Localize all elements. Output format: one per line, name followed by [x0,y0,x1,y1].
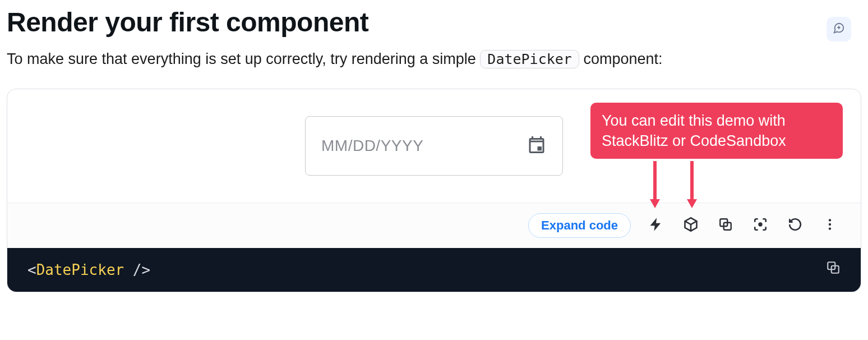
stackblitz-button[interactable] [647,216,666,235]
code-copy-button[interactable] [826,260,841,278]
more-options-button[interactable] [820,216,839,235]
tooltip-callout: You can edit this demo with StackBlitz o… [590,103,843,159]
code-token-tag: DatePicker [36,261,124,278]
demo-card: MM/DD/YYYY You can edit this demo with S… [7,89,861,292]
calendar-icon[interactable] [527,135,547,157]
svg-marker-6 [687,199,697,208]
cube-icon [683,217,699,235]
date-picker-field[interactable]: MM/DD/YYYY [305,116,563,176]
date-picker-placeholder: MM/DD/YYYY [321,137,423,155]
fullscreen-button[interactable] [751,216,770,235]
inline-code-datepicker: DatePicker [480,50,579,68]
copy-icon [826,261,841,278]
code-content: <DatePicker /> [27,261,150,278]
svg-point-12 [829,227,831,229]
svg-point-9 [759,223,762,226]
svg-point-10 [829,219,831,221]
lightning-icon [648,217,664,235]
intro-paragraph: To make sure that everything is set up c… [7,48,861,71]
svg-point-11 [829,223,831,225]
arrow-down-icon [686,161,698,208]
more-vertical-icon [823,217,837,234]
demo-toolbar: Expand code [7,203,861,248]
feedback-button[interactable] [827,17,851,42]
svg-marker-4 [650,199,660,208]
copy-icon [718,217,733,234]
copy-button[interactable] [716,216,735,235]
intro-text-before: To make sure that everything is set up c… [7,50,480,67]
expand-code-button[interactable]: Expand code [528,213,631,238]
code-block: <DatePicker /> [7,248,861,292]
section-heading: Render your first component [7,7,861,38]
code-token: < [27,261,36,278]
demo-preview: MM/DD/YYYY You can edit this demo with S… [7,89,861,203]
arrow-down-icon [649,161,661,208]
intro-text-after: component: [583,50,662,67]
code-token: /> [124,261,150,278]
refresh-icon [788,217,802,234]
tooltip-arrows [649,161,698,208]
speech-bubble-plus-icon [833,22,845,36]
fullscreen-focus-icon [753,217,768,234]
reset-button[interactable] [786,216,805,235]
codesandbox-button[interactable] [681,216,700,235]
svg-rect-2 [538,146,542,151]
